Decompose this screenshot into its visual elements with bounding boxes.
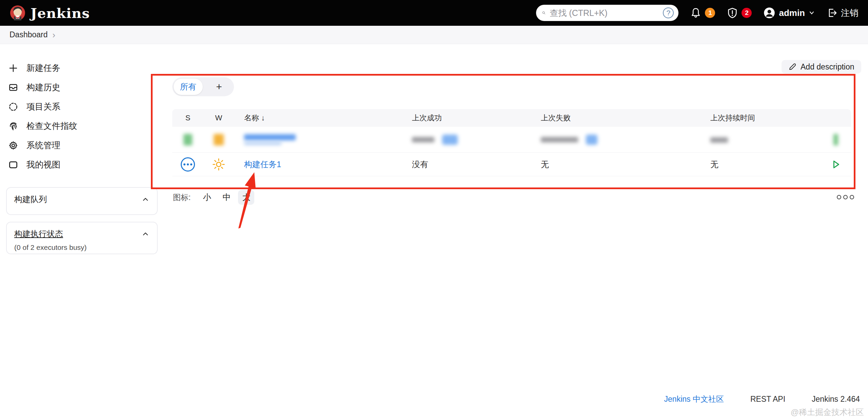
icon-size-small-button[interactable]: 小: [199, 190, 215, 205]
last-duration-blurred: [710, 137, 728, 143]
job-last-duration: 无: [700, 159, 821, 170]
gear-icon: [8, 140, 18, 151]
sidebar-item-label: 新建任务: [26, 62, 60, 74]
security-alerts-button[interactable]: 2: [727, 7, 752, 19]
weather-sunny-icon: [212, 158, 225, 171]
build-number-badge-blurred: [442, 135, 458, 145]
sidebar-item-new-job[interactable]: 新建任务: [8, 58, 154, 78]
sidebar-item-build-history[interactable]: 构建历史: [8, 78, 154, 97]
breadcrumb: Dashboard ›: [0, 26, 868, 44]
logout-icon: [827, 7, 837, 18]
col-last-duration-header[interactable]: 上次持续时间: [700, 113, 821, 123]
search-help-icon[interactable]: ?: [663, 7, 674, 18]
my-views-icon: [8, 160, 18, 170]
top-bar: Jenkins ? 1 2: [0, 0, 868, 26]
col-name-header[interactable]: 名称 ↓: [234, 113, 402, 123]
job-last-success: 没有: [402, 159, 531, 170]
icon-size-label: 图标:: [173, 192, 191, 203]
col-last-failure-header[interactable]: 上次失败: [531, 113, 700, 123]
job-table: S W 名称 ↓ 上次成功 上次失败 上次持续时间: [172, 109, 851, 176]
jenkins-butler-icon: [9, 5, 26, 21]
weather-blob-blurred: [214, 134, 224, 145]
plus-icon: [8, 63, 18, 73]
status-blob-blurred: [183, 134, 192, 145]
logo-text: Jenkins: [31, 5, 90, 21]
avatar-icon: [763, 7, 775, 19]
run-build-icon[interactable]: [830, 159, 842, 170]
view-tabs: 所有 +: [172, 77, 234, 96]
search-input[interactable]: [550, 8, 659, 18]
chevron-down-icon: [808, 9, 815, 16]
bell-icon: [690, 7, 702, 19]
icon-size-medium-button[interactable]: 中: [218, 190, 235, 205]
footer-community-link[interactable]: Jenkins 中文社区: [664, 394, 724, 404]
tab-new-view[interactable]: +: [204, 77, 234, 96]
sidebar-item-check-fingerprint[interactable]: 检查文件指纹: [8, 116, 154, 136]
job-name-sub-blurred: [244, 142, 281, 145]
jenkins-logo[interactable]: Jenkins: [9, 5, 90, 21]
logout-label: 注销: [841, 7, 859, 19]
build-number-badge-blurred: [586, 135, 597, 145]
build-queue-panel: 构建队列: [6, 187, 158, 215]
sidebar-item-project-relationship[interactable]: 项目关系: [8, 97, 154, 116]
username-label: admin: [779, 8, 805, 18]
table-header-row: S W 名称 ↓ 上次成功 上次失败 上次持续时间: [172, 109, 851, 127]
job-name-blurred: [244, 134, 296, 140]
search-icon: [542, 9, 546, 17]
executor-status-panel: 构建执行状态 (0 of 2 executors busy): [6, 222, 158, 254]
sidebar-item-my-views[interactable]: 我的视图: [8, 155, 154, 174]
breadcrumb-chevron-icon: ›: [53, 31, 56, 39]
job-link[interactable]: 构建任务1: [244, 160, 281, 169]
tab-all-label: 所有: [180, 81, 196, 92]
sidebar-item-label: 项目关系: [26, 101, 60, 112]
fingerprint-icon: [8, 121, 18, 131]
icon-size-bar: 图标: 小 中 大: [173, 190, 254, 205]
search-box[interactable]: ?: [536, 5, 678, 21]
collapse-chevron-icon[interactable]: [141, 195, 150, 203]
tab-all[interactable]: 所有: [174, 79, 203, 95]
notifications-button[interactable]: 1: [690, 7, 715, 19]
sidebar-item-label: 我的视图: [26, 159, 60, 170]
footer-version: Jenkins 2.464: [812, 395, 860, 404]
sidebar-item-manage-jenkins[interactable]: 系统管理: [8, 136, 154, 155]
build-history-icon: [8, 82, 18, 93]
sidebar: 新建任务 构建历史 项目关系 检查文件指纹: [8, 58, 154, 174]
sort-descending-icon: ↓: [261, 114, 265, 122]
build-queue-title: 构建队列: [14, 194, 47, 205]
last-success-blurred: [412, 137, 434, 142]
footer-rest-api-link[interactable]: REST API: [750, 395, 785, 404]
user-menu[interactable]: admin: [763, 7, 815, 19]
add-description-label: Add description: [801, 62, 854, 72]
pencil-icon: [788, 63, 796, 71]
logout-button[interactable]: 注销: [827, 7, 859, 19]
sidebar-item-label: 构建历史: [26, 82, 60, 93]
sidebar-item-label: 检查文件指纹: [26, 120, 77, 132]
icon-size-large-button[interactable]: 大: [238, 190, 254, 205]
sidebar-item-label: 系统管理: [26, 140, 60, 151]
table-row-job1: 构建任务1 没有 无 无: [172, 153, 851, 176]
job-last-failure: 无: [531, 159, 700, 170]
executor-status-subtitle: (0 of 2 executors busy): [14, 243, 150, 252]
add-description-button[interactable]: Add description: [782, 60, 861, 74]
last-failure-blurred: [541, 137, 578, 142]
footer: Jenkins 中文社区 REST API Jenkins 2.464: [664, 394, 860, 404]
notification-badge: 1: [705, 8, 715, 18]
watermark: @稀土掘金技术社区: [791, 407, 864, 417]
security-badge: 2: [742, 8, 752, 18]
jenkins-dashboard: Jenkins ? 1 2: [0, 0, 868, 417]
status-never-built-icon[interactable]: [181, 157, 195, 172]
executor-status-link[interactable]: 构建执行状态: [14, 229, 63, 239]
col-weather-header[interactable]: W: [203, 114, 234, 122]
overflow-menu-icon[interactable]: [837, 195, 854, 199]
col-status-header[interactable]: S: [172, 114, 203, 122]
table-row-blurred[interactable]: [172, 127, 851, 153]
shield-warning-icon: [727, 7, 738, 19]
collapse-chevron-icon[interactable]: [141, 230, 150, 238]
breadcrumb-dashboard[interactable]: Dashboard: [9, 30, 48, 39]
action-blob-blurred: [833, 134, 838, 145]
col-last-success-header[interactable]: 上次成功: [402, 113, 531, 123]
project-relationship-icon: [8, 102, 18, 112]
